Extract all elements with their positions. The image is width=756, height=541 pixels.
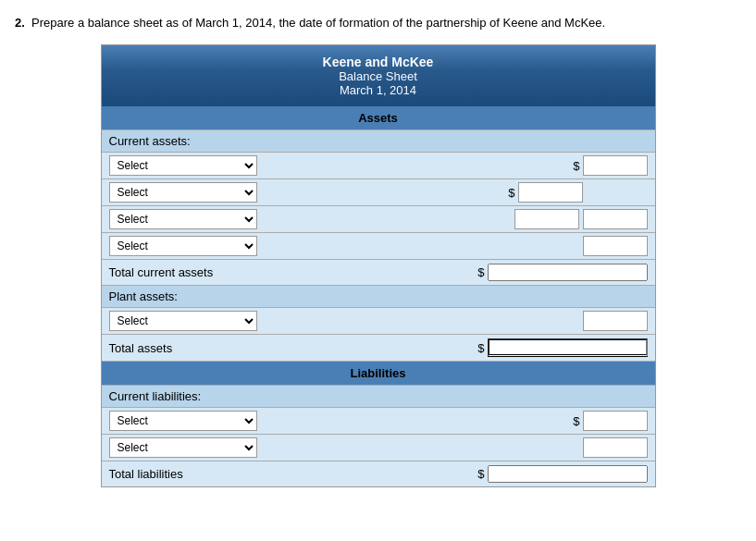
current-asset-input-1[interactable] [583,155,648,176]
dollar-sign-liability-1: $ [573,414,579,428]
total-liabilities-input[interactable] [488,465,648,483]
current-assets-label: Current assets: [102,129,655,152]
current-liability-row-2: Select Accounts Payable Notes Payable Sa… [102,434,655,461]
total-assets-input[interactable] [488,338,648,357]
current-asset-select-1[interactable]: Select Cash Accounts Receivable Inventor… [109,155,257,176]
dollar-sign-total-current: $ [477,265,484,279]
plant-assets-label: Plant assets: [102,285,655,307]
plant-asset-row-1: Select Equipment Land Building [102,307,655,334]
current-asset-input-3b[interactable] [583,209,648,229]
total-assets-label: Total assets [109,341,173,355]
current-liability-input-2[interactable] [583,437,648,458]
current-asset-select-4[interactable]: Select Cash Accounts Receivable Inventor… [109,236,257,256]
dollar-sign-1: $ [573,159,579,173]
total-assets-row: Total assets $ [102,334,655,361]
sheet-date: March 1, 2014 [107,83,650,97]
total-current-assets-row: Total current assets $ [102,259,655,285]
current-liability-row-1: Select Accounts Payable Notes Payable Sa… [102,407,655,434]
dollar-sign-2: $ [508,186,514,200]
dollar-sign-total-assets: $ [477,341,484,355]
company-name: Keene and McKee [107,55,650,69]
question-text: 2. Prepare a balance sheet as of March 1… [15,15,741,31]
current-asset-input-2[interactable] [518,182,583,203]
total-current-assets-input[interactable] [488,264,648,281]
plant-asset-input-1[interactable] [583,311,648,331]
current-asset-select-3[interactable]: Select Cash Accounts Receivable Inventor… [109,209,257,229]
current-asset-row-1: Select Cash Accounts Receivable Inventor… [102,152,655,178]
balance-sheet-header: Keene and McKee Balance Sheet March 1, 2… [102,45,655,106]
current-asset-row-2: Select Cash Accounts Receivable Inventor… [102,178,655,205]
total-liabilities-label: Total liabilities [109,467,183,481]
current-asset-input-3a[interactable] [514,209,579,229]
current-asset-select-2[interactable]: Select Cash Accounts Receivable Inventor… [109,182,257,203]
total-current-assets-label: Total current assets [109,265,214,279]
current-asset-row-4: Select Cash Accounts Receivable Inventor… [102,232,655,259]
current-asset-row-3: Select Cash Accounts Receivable Inventor… [102,205,655,232]
dollar-sign-total-liabilities: $ [477,467,484,481]
current-asset-input-4[interactable] [583,236,648,256]
current-liabilities-label: Current liabilities: [102,385,655,407]
current-liability-select-1[interactable]: Select Accounts Payable Notes Payable Sa… [109,411,257,431]
sheet-type: Balance Sheet [107,69,650,83]
balance-sheet-container: Keene and McKee Balance Sheet March 1, 2… [101,44,656,487]
liabilities-section-header: Liabilities [102,361,655,385]
total-liabilities-row: Total liabilities $ [102,461,655,486]
assets-section-header: Assets [102,106,655,129]
current-liability-input-1[interactable] [583,411,648,431]
current-liability-select-2[interactable]: Select Accounts Payable Notes Payable Sa… [109,437,257,458]
plant-asset-select-1[interactable]: Select Equipment Land Building [109,311,257,331]
